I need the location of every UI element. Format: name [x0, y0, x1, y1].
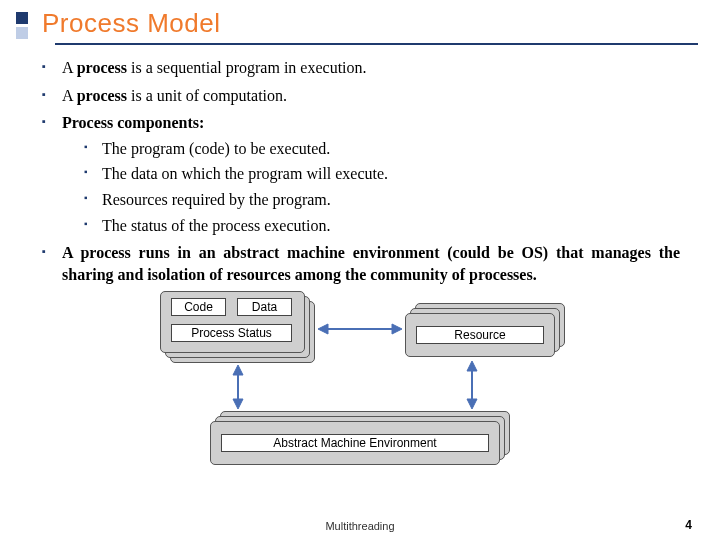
content-area: A process is a sequential program in exe…	[0, 45, 720, 481]
svg-marker-7	[467, 361, 477, 371]
text: A	[62, 87, 77, 104]
code-box: Code	[171, 298, 226, 316]
svg-marker-2	[392, 324, 402, 334]
svg-marker-1	[318, 324, 328, 334]
abstract-machine-box: Abstract Machine Environment	[221, 434, 489, 452]
sub-bullet-3: Resources required by the program.	[82, 189, 680, 211]
text: is a sequential program in execution.	[127, 59, 366, 76]
footer-text: Multithreading	[0, 520, 720, 532]
abstract-machine-block: Abstract Machine Environment	[210, 411, 510, 467]
text-strong: process	[77, 87, 127, 104]
resource-box: Resource	[416, 326, 544, 344]
process-status-box: Process Status	[171, 324, 292, 342]
process-block: Code Data Process Status	[160, 291, 315, 363]
text: is a unit of computation.	[127, 87, 287, 104]
sub-bullet-list: The program (code) to be executed. The d…	[62, 138, 680, 236]
svg-marker-5	[233, 399, 243, 409]
resource-block: Resource	[405, 303, 565, 359]
bullet-list: A process is a sequential program in exe…	[40, 57, 680, 285]
bullet-2: A process is a unit of computation.	[40, 85, 680, 107]
text-strong: Process components:	[62, 114, 204, 131]
svg-marker-8	[467, 399, 477, 409]
sub-bullet-2: The data on which the program will execu…	[82, 163, 680, 185]
sub-bullet-1: The program (code) to be executed.	[82, 138, 680, 160]
arrow-proc-ame	[228, 365, 248, 409]
sub-bullet-4: The status of the process execution.	[82, 215, 680, 237]
title-bar: Process Model	[0, 0, 720, 43]
title-decor-icon	[16, 8, 28, 39]
page-number: 4	[685, 518, 692, 532]
process-diagram: Code Data Process Status Resource Abstra…	[150, 291, 570, 481]
slide-title: Process Model	[42, 8, 220, 39]
data-box: Data	[237, 298, 292, 316]
arrow-res-ame	[462, 361, 482, 409]
text-strong: process	[77, 59, 127, 76]
bullet-3: Process components: The program (code) t…	[40, 112, 680, 236]
arrow-proc-res	[318, 319, 402, 339]
text-strong: A process runs in an abstract machine en…	[62, 244, 680, 283]
bullet-1: A process is a sequential program in exe…	[40, 57, 680, 79]
svg-marker-4	[233, 365, 243, 375]
text: A	[62, 59, 77, 76]
bullet-4: A process runs in an abstract machine en…	[40, 242, 680, 285]
